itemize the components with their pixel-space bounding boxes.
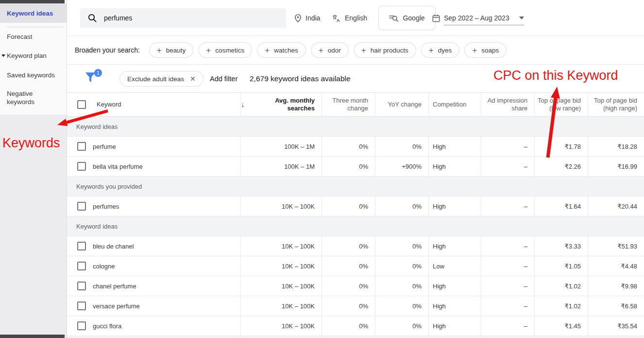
ad-impression-share-cell: – (481, 137, 535, 156)
date-range-label: Sep 2022 – Aug 2023 (444, 14, 509, 22)
chip-label: watches (274, 47, 298, 54)
date-range-selector[interactable]: Sep 2022 – Aug 2023 (432, 0, 524, 36)
ad-impression-share-cell: – (481, 256, 535, 276)
table-row: chanel perfume10K – 100K0%0%High–₹1.02₹9… (67, 276, 644, 296)
table-row: bleu de chanel10K – 100K0%0%High–₹3.33₹5… (67, 236, 644, 256)
competition-cell: High (429, 137, 481, 156)
keyword-search-box[interactable] (80, 8, 286, 28)
sidebar-item-keyword-ideas[interactable]: Keyword ideas (0, 3, 67, 23)
row-checkbox[interactable] (77, 321, 86, 330)
broaden-chip-cosmetics[interactable]: +cosmetics (198, 42, 252, 58)
broaden-chip-dyes[interactable]: +dyes (421, 42, 459, 58)
search-network-icon (389, 14, 398, 22)
section-header-label: Keyword ideas (76, 123, 118, 130)
broaden-search-label: Broaden your search: (75, 46, 140, 54)
yoy-change-cell: 0% (375, 256, 429, 276)
exclude-adult-ideas-chip[interactable]: Exclude adult ideas ✕ (119, 71, 203, 87)
header-top-of-page-bid-low[interactable]: Top of page bid (low range) (535, 93, 588, 116)
row-checkbox[interactable] (77, 262, 86, 270)
three-month-change-cell: 0% (322, 137, 375, 156)
header-yoy-change[interactable]: YoY change (375, 93, 429, 116)
avg-monthly-searches-cell: 100K – 1M (241, 157, 322, 176)
sidebar-item-saved-keywords[interactable]: Saved keywords (0, 65, 67, 85)
location-selector[interactable]: India (294, 0, 320, 36)
keywords-annotation: Keywords (2, 136, 60, 151)
avg-monthly-searches-cell: 10K – 100K (241, 196, 322, 216)
sidebar-item-label: Negative keywords (7, 89, 51, 106)
table-row: versace perfume10K – 100K0%0%High–₹1.02₹… (67, 296, 644, 316)
keyword-cell: perfume (67, 137, 241, 156)
section-header-row: Keyword ideas (67, 117, 644, 137)
competition-cell: Low (429, 256, 481, 276)
broaden-chip-soaps[interactable]: +soaps (464, 42, 507, 58)
chevron-down-icon[interactable] (519, 17, 524, 19)
row-checkbox[interactable] (77, 202, 86, 211)
language-selector[interactable]: A English (332, 0, 367, 36)
sidebar-item-keyword-plan[interactable]: Keyword plan (0, 46, 67, 65)
top-of-page-bid-high-cell: ₹20.44 (588, 196, 644, 216)
network-selector-button[interactable]: Google (378, 6, 436, 30)
header-three-month-change[interactable]: Three month change (322, 93, 375, 116)
close-icon[interactable]: ✕ (190, 75, 196, 83)
plus-icon: + (429, 46, 434, 54)
top-of-page-bid-low-cell: ₹1.02 (535, 276, 588, 296)
row-checkbox[interactable] (77, 282, 86, 290)
keyword-cell: gucci flora (67, 316, 241, 336)
keyword-cell: cologne (67, 256, 241, 276)
top-of-page-bid-high-cell: ₹6.58 (588, 296, 644, 316)
top-of-page-bid-high-cell: ₹51.93 (588, 236, 644, 256)
header-avg-monthly-searches[interactable]: ↓ Avg. monthly searches (241, 93, 322, 116)
keyword-cell: perfumes (67, 196, 241, 216)
row-checkbox[interactable] (77, 162, 86, 171)
sidebar-item-forecast[interactable]: Forecast (0, 27, 67, 46)
avg-monthly-searches-cell: 10K – 100K (241, 276, 322, 296)
ad-impression-share-cell: – (481, 236, 535, 256)
top-of-page-bid-low-cell: ₹1.05 (535, 256, 588, 276)
sidebar-item-label: Keyword plan (7, 52, 47, 59)
header-competition[interactable]: Competition (429, 93, 481, 116)
header-top-of-page-bid-high[interactable]: Top of page bid (high range) (588, 93, 644, 116)
filter-chip-label: Exclude adult ideas (127, 75, 184, 83)
broaden-chip-beauty[interactable]: +beauty (149, 42, 193, 58)
sort-descending-icon: ↓ (241, 101, 245, 108)
yoy-change-cell: 0% (375, 137, 429, 156)
avg-monthly-searches-cell: 10K – 100K (241, 256, 322, 276)
yoy-change-cell: 0% (375, 276, 429, 296)
yoy-change-cell: 0% (375, 316, 429, 336)
header-ad-impression-share[interactable]: Ad impression share (481, 93, 535, 116)
keyword-planner-screen: Keyword ideas Forecast Keyword plan Save… (0, 0, 644, 338)
three-month-change-cell: 0% (322, 276, 375, 296)
sidebar-item-label: Forecast (7, 33, 33, 40)
language-label: English (345, 14, 367, 22)
keyword-table: Keyword ↓ Avg. monthly searches Three mo… (67, 92, 644, 336)
row-checkbox[interactable] (77, 142, 86, 151)
filter-funnel-button[interactable]: 1 (85, 71, 102, 87)
select-all-checkbox[interactable] (77, 100, 86, 109)
keyword-cell: versace perfume (67, 296, 241, 316)
chip-label: cosmetics (215, 47, 244, 54)
yoy-change-cell: 0% (375, 196, 429, 216)
keyword-label: versace perfume (93, 302, 140, 310)
filter-count-badge: 1 (94, 69, 102, 77)
add-filter-button[interactable]: Add filter (210, 65, 237, 92)
ad-impression-share-cell: – (481, 196, 535, 216)
table-header-row: Keyword ↓ Avg. monthly searches Three mo… (67, 92, 644, 117)
chip-label: soaps (481, 47, 499, 54)
row-checkbox[interactable] (77, 302, 86, 310)
broaden-chip-watches[interactable]: +watches (257, 42, 305, 58)
chip-label: hair products (371, 47, 408, 54)
section-header-label: Keywords you provided (76, 183, 142, 190)
search-input[interactable] (103, 14, 263, 22)
sidebar-bottom-strip (0, 335, 65, 338)
search-icon (88, 14, 97, 22)
avg-monthly-searches-cell: 10K – 100K (241, 316, 322, 336)
section-header-row: Keyword ideas (67, 216, 644, 236)
avg-monthly-searches-cell: 100K – 1M (241, 137, 322, 156)
broaden-chip-hair-products[interactable]: +hair products (354, 42, 416, 58)
broaden-chip-odor[interactable]: +odor (311, 42, 349, 58)
row-checkbox[interactable] (77, 242, 86, 250)
svg-text:A: A (337, 18, 340, 22)
plus-icon: + (157, 46, 162, 54)
top-of-page-bid-high-cell: ₹9.98 (588, 276, 644, 296)
sidebar-item-negative-keywords[interactable]: Negative keywords (0, 85, 51, 112)
